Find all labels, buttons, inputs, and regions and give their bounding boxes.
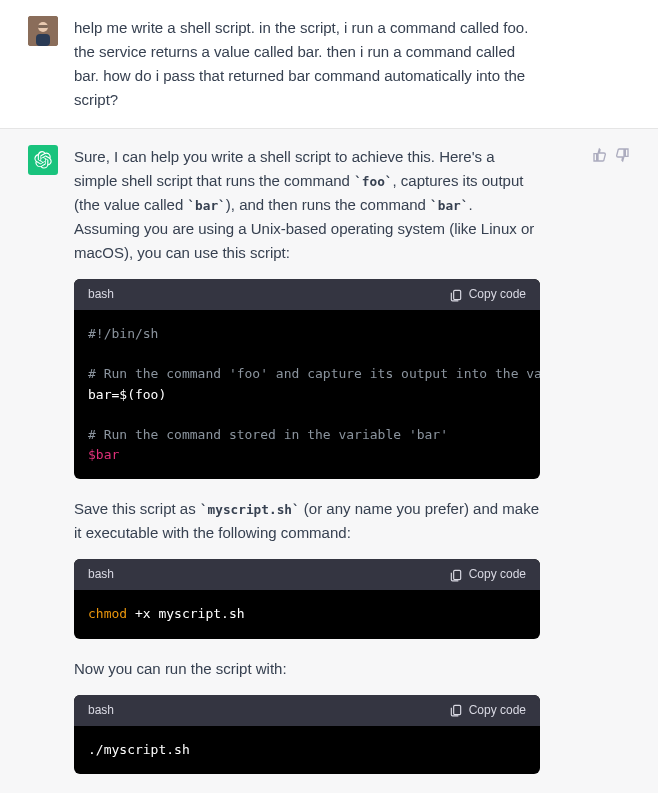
copy-label: Copy code: [469, 285, 526, 304]
svg-rect-3: [38, 25, 48, 28]
user-prompt: help me write a shell script. in the scr…: [74, 16, 540, 112]
avatar-image: [28, 16, 58, 46]
assistant-message: Sure, I can help you write a shell scrip…: [0, 128, 658, 793]
inline-code-bar: `bar`: [430, 198, 468, 213]
code-token: chmod: [88, 606, 127, 621]
copy-code-button[interactable]: Copy code: [449, 565, 526, 584]
thumbs-down-icon[interactable]: [614, 147, 630, 163]
code-body[interactable]: ./myscript.sh: [74, 726, 540, 774]
user-text: help me write a shell script. in the scr…: [74, 16, 570, 112]
inline-code-bar: `bar`: [187, 198, 225, 213]
user-avatar: [28, 16, 58, 46]
openai-icon: [34, 151, 52, 169]
code-header: bash Copy code: [74, 559, 540, 590]
user-feedback-slot: [586, 16, 630, 112]
text: ), and then runs the command: [226, 196, 430, 213]
code-line: # Run the command 'foo' and capture its …: [88, 366, 540, 381]
thumbs-up-icon[interactable]: [592, 147, 608, 163]
code-body[interactable]: chmod +x myscript.sh: [74, 590, 540, 638]
copy-code-button[interactable]: Copy code: [449, 701, 526, 720]
code-token: +x myscript.sh: [127, 606, 244, 621]
code-line: # Run the command stored in the variable…: [88, 427, 448, 442]
copy-label: Copy code: [469, 701, 526, 720]
assistant-avatar: [28, 145, 58, 175]
code-lang-label: bash: [88, 285, 114, 304]
code-block-run: bash Copy code ./myscript.sh: [74, 695, 540, 774]
code-line: $bar: [88, 447, 119, 462]
mid-paragraph-2: Now you can run the script with:: [74, 657, 540, 681]
clipboard-icon: [449, 703, 463, 717]
mid-paragraph-1: Save this script as `myscript.sh` (or an…: [74, 497, 540, 545]
text: Save this script as: [74, 500, 200, 517]
intro-paragraph: Sure, I can help you write a shell scrip…: [74, 145, 540, 265]
assistant-content: Sure, I can help you write a shell scrip…: [74, 145, 570, 793]
code-block-chmod: bash Copy code chmod +x myscript.sh: [74, 559, 540, 638]
code-body[interactable]: #!/bin/sh # Run the command 'foo' and ca…: [74, 310, 540, 479]
inline-code-filename: `myscript.sh`: [200, 502, 300, 517]
inline-code-foo: `foo`: [354, 174, 392, 189]
svg-rect-2: [36, 34, 50, 46]
feedback-buttons: [586, 145, 630, 793]
code-header: bash Copy code: [74, 695, 540, 726]
copy-label: Copy code: [469, 565, 526, 584]
clipboard-icon: [449, 568, 463, 582]
code-line: ./myscript.sh: [88, 742, 190, 757]
user-message: help me write a shell script. in the scr…: [0, 0, 658, 128]
clipboard-icon: [449, 288, 463, 302]
copy-code-button[interactable]: Copy code: [449, 285, 526, 304]
svg-rect-5: [453, 570, 460, 579]
code-lang-label: bash: [88, 701, 114, 720]
code-header: bash Copy code: [74, 279, 540, 310]
code-lang-label: bash: [88, 565, 114, 584]
code-line: bar=$(foo): [88, 387, 166, 402]
code-block-script: bash Copy code #!/bin/sh # Run the comma…: [74, 279, 540, 479]
svg-rect-4: [453, 290, 460, 299]
svg-rect-6: [453, 705, 460, 714]
code-line: #!/bin/sh: [88, 326, 158, 341]
